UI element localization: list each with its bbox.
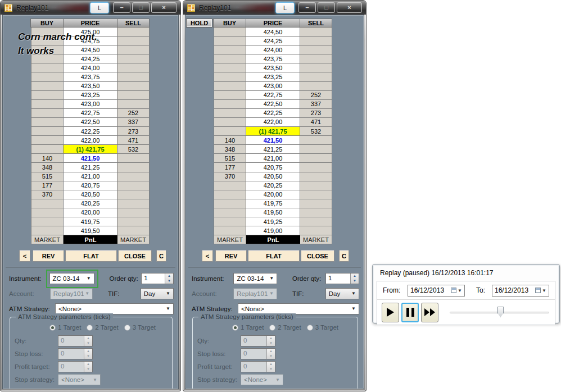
flat-button[interactable]: FLAT — [65, 250, 117, 262]
to-date-field[interactable]: 16/12/2013 ▼ — [492, 285, 549, 297]
price-cell[interactable]: 423,50 — [246, 63, 300, 72]
buy-qty-cell[interactable] — [214, 91, 246, 100]
target-radio-1[interactable]: 1 Target — [49, 324, 81, 331]
minimize-button[interactable]: – — [298, 2, 316, 13]
buy-qty-cell[interactable] — [214, 72, 246, 81]
buy-qty-cell[interactable] — [31, 118, 64, 127]
price-cell[interactable]: 421,00 — [246, 154, 300, 163]
sell-qty-cell[interactable] — [117, 45, 150, 54]
buy-qty-cell[interactable] — [31, 91, 64, 100]
buy-qty-cell[interactable] — [214, 54, 246, 63]
price-cell[interactable]: 420,75 — [246, 163, 300, 172]
sell-qty-cell[interactable]: 532 — [117, 145, 150, 154]
price-cell[interactable]: 424,75 — [64, 37, 117, 45]
price-cell[interactable]: 419,75 — [246, 199, 300, 208]
price-cell[interactable]: 422,50 — [246, 100, 300, 109]
buy-qty-cell[interactable] — [31, 45, 64, 54]
close-position-button[interactable]: CLOSE — [301, 250, 334, 262]
buy-qty-cell[interactable] — [31, 100, 64, 109]
price-cell[interactable]: 419,00 — [246, 226, 300, 235]
buy-qty-cell[interactable] — [214, 199, 246, 208]
buy-qty-cell[interactable] — [214, 127, 246, 136]
tif-select[interactable]: Day ▼ — [141, 288, 174, 299]
sell-qty-cell[interactable] — [300, 172, 332, 181]
sell-qty-cell[interactable] — [117, 181, 150, 190]
buy-qty-cell[interactable] — [214, 37, 246, 45]
price-cell[interactable]: 424,00 — [64, 63, 117, 72]
buy-qty-cell[interactable]: 177 — [31, 181, 64, 190]
target-radio-3[interactable]: 3 Target — [307, 324, 338, 331]
reverse-button[interactable]: REV — [215, 250, 247, 262]
price-cell[interactable]: 419,50 — [64, 226, 117, 235]
price-cell[interactable]: 424,00 — [246, 45, 300, 54]
sell-qty-cell[interactable] — [117, 154, 150, 163]
buy-qty-cell[interactable] — [31, 199, 64, 208]
instrument-select[interactable]: ZC 03-14 ▼ — [49, 273, 94, 284]
price-cell[interactable]: 421,25 — [246, 145, 300, 154]
sell-qty-cell[interactable]: 471 — [300, 118, 332, 127]
price-cell[interactable]: 421,25 — [64, 163, 117, 172]
sell-qty-cell[interactable] — [300, 199, 332, 208]
sell-qty-cell[interactable] — [300, 208, 332, 217]
price-cell[interactable]: 423,25 — [64, 91, 117, 100]
sell-qty-cell[interactable]: 532 — [300, 127, 332, 136]
slider-thumb[interactable] — [497, 307, 504, 317]
price-cell[interactable]: 423,00 — [64, 100, 117, 109]
price-cell[interactable]: 424,25 — [246, 37, 300, 45]
price-cell[interactable]: 420,50 — [64, 190, 117, 199]
price-cell[interactable]: 424,50 — [246, 28, 300, 37]
minimize-button[interactable]: – — [113, 2, 130, 13]
price-cell[interactable]: 419,25 — [246, 217, 300, 226]
sell-market-button[interactable]: MARKET — [300, 235, 332, 244]
buy-qty-cell[interactable] — [31, 136, 64, 145]
titlebar[interactable]: Replay101 L – □ × — [1, 1, 180, 15]
price-cell[interactable]: 420,00 — [64, 208, 117, 217]
buy-qty-cell[interactable] — [214, 28, 246, 37]
price-cell[interactable]: 422,75 — [246, 91, 300, 100]
price-cell[interactable]: 422,75 — [64, 109, 117, 118]
order-qty-stepper[interactable]: 1 ▲▼ — [325, 273, 359, 284]
buy-qty-cell[interactable] — [214, 82, 246, 91]
price-cell[interactable]: 423,00 — [246, 82, 300, 91]
sell-qty-cell[interactable] — [300, 217, 332, 226]
sell-qty-cell[interactable] — [300, 190, 332, 199]
price-cell[interactable]: 422,25 — [246, 109, 300, 118]
buy-qty-cell[interactable]: 177 — [214, 163, 246, 172]
buy-qty-cell[interactable]: 515 — [31, 172, 64, 181]
buy-qty-cell[interactable] — [214, 181, 246, 190]
price-cell[interactable]: 424,50 — [64, 45, 117, 54]
back-button[interactable]: < — [19, 250, 30, 262]
buy-qty-cell[interactable] — [31, 54, 64, 63]
sell-qty-cell[interactable] — [300, 54, 332, 63]
pnl-display[interactable]: PnL — [246, 235, 300, 244]
buy-qty-cell[interactable] — [214, 208, 246, 217]
sell-qty-cell[interactable] — [117, 100, 150, 109]
buy-qty-cell[interactable]: 348 — [214, 145, 246, 154]
pnl-display[interactable]: PnL — [64, 235, 117, 244]
replay-speed-slider[interactable] — [449, 306, 550, 318]
price-cell[interactable]: 423,75 — [246, 54, 300, 63]
sell-qty-cell[interactable] — [117, 63, 150, 72]
buy-qty-cell[interactable]: 370 — [214, 172, 246, 181]
buy-qty-cell[interactable] — [214, 190, 246, 199]
price-cell[interactable]: 425,00 — [64, 28, 117, 37]
target-radio-3[interactable]: 3 Target — [124, 324, 156, 331]
sell-qty-cell[interactable] — [117, 91, 150, 100]
buy-qty-cell[interactable] — [31, 28, 64, 37]
buy-qty-cell[interactable] — [214, 100, 246, 109]
buy-qty-cell[interactable] — [31, 37, 64, 45]
maximize-button[interactable]: □ — [318, 2, 335, 13]
sell-qty-cell[interactable] — [117, 82, 150, 91]
hold-button[interactable]: HOLD — [186, 19, 212, 28]
buy-qty-cell[interactable]: 140 — [214, 136, 246, 145]
price-cell[interactable]: 422,00 — [246, 118, 300, 127]
calendar-dropdown-icon[interactable]: ▼ — [451, 288, 462, 293]
sell-qty-cell[interactable] — [117, 217, 150, 226]
sell-qty-cell[interactable] — [300, 145, 332, 154]
sell-qty-cell[interactable] — [117, 163, 150, 172]
cancel-button[interactable]: C — [339, 250, 349, 262]
sell-qty-cell[interactable]: 337 — [300, 100, 332, 109]
sell-qty-cell[interactable]: 471 — [117, 136, 150, 145]
price-cell[interactable]: 419,50 — [246, 208, 300, 217]
sell-qty-cell[interactable] — [300, 136, 332, 145]
